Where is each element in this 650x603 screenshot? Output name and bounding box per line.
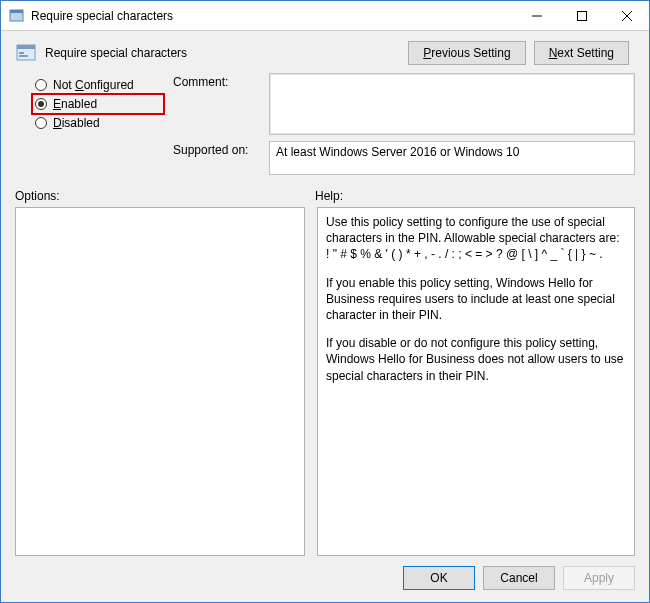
comment-block: Comment: (173, 73, 635, 135)
radio-enabled[interactable]: Enabled (33, 95, 163, 113)
previous-setting-button[interactable]: Previous Setting (408, 41, 525, 65)
radio-icon (35, 79, 47, 91)
window: Require special characters Require speci… (0, 0, 650, 603)
help-paragraph: If you enable this policy setting, Windo… (326, 275, 626, 324)
minimize-button[interactable] (514, 1, 559, 31)
help-pane[interactable]: Use this policy setting to configure the… (317, 207, 635, 556)
svg-rect-1 (10, 10, 23, 13)
window-title: Require special characters (31, 9, 514, 23)
options-pane[interactable] (15, 207, 305, 556)
radio-not-configured[interactable]: Not Configured (33, 77, 163, 93)
svg-rect-7 (17, 45, 35, 49)
cancel-button[interactable]: Cancel (483, 566, 555, 590)
field-column: Comment: Supported on: At least Windows … (173, 73, 635, 175)
dialog-title: Require special characters (45, 46, 400, 60)
app-icon (9, 8, 25, 24)
supported-on-value: At least Windows Server 2016 or Windows … (269, 141, 635, 175)
radio-label: Not Configured (53, 78, 134, 92)
ok-button[interactable]: OK (403, 566, 475, 590)
settings-row: Not Configured Enabled Disabled Comment:… (1, 71, 649, 179)
radio-label: Enabled (53, 97, 97, 111)
svg-rect-8 (19, 52, 24, 54)
close-button[interactable] (604, 1, 649, 31)
radio-icon (35, 117, 47, 129)
panes: Use this policy setting to configure the… (1, 207, 649, 556)
comment-label: Comment: (173, 73, 261, 89)
header: Require special characters Previous Sett… (1, 31, 649, 71)
policy-icon (15, 42, 37, 64)
next-setting-button[interactable]: Next Setting (534, 41, 629, 65)
supported-block: Supported on: At least Windows Server 20… (173, 141, 635, 175)
help-paragraph: If you disable or do not configure this … (326, 335, 626, 384)
titlebar: Require special characters (1, 1, 649, 31)
radio-disabled[interactable]: Disabled (33, 115, 163, 131)
svg-rect-9 (19, 55, 28, 57)
help-paragraph: Use this policy setting to configure the… (326, 214, 626, 263)
radio-icon (35, 98, 47, 110)
section-labels: Options: Help: (1, 179, 649, 207)
apply-button[interactable]: Apply (563, 566, 635, 590)
radio-label: Disabled (53, 116, 100, 130)
footer: OK Cancel Apply (1, 556, 649, 602)
supported-on-label: Supported on: (173, 141, 261, 157)
options-label: Options: (15, 189, 315, 203)
maximize-button[interactable] (559, 1, 604, 31)
svg-rect-3 (577, 11, 586, 20)
comment-input[interactable] (269, 73, 635, 135)
state-radios: Not Configured Enabled Disabled (33, 73, 163, 175)
nav-buttons: Previous Setting Next Setting (408, 41, 629, 65)
help-label: Help: (315, 189, 635, 203)
